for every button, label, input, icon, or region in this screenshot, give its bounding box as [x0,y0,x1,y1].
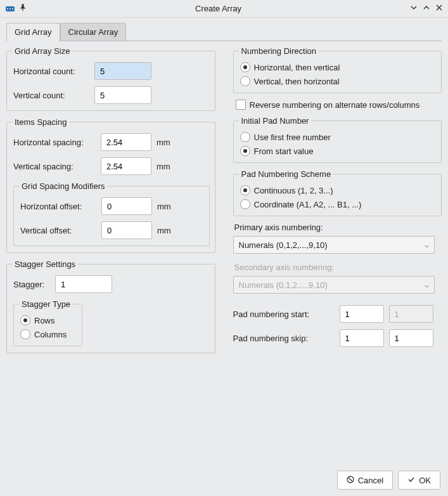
radio-label-rows: Rows [34,316,55,325]
radio-icon [240,146,250,156]
close-icon[interactable] [435,4,443,13]
titlebar: Create Array [0,0,448,18]
maximize-icon[interactable] [423,4,430,13]
window-title: Create Array [27,4,410,13]
label-vertical-spacing: Vertical spacing: [13,162,96,171]
group-initial-pad-number: Initial Pad Number Use first free number… [233,116,442,163]
chevron-down-icon: ⌵ [425,241,429,249]
radio-vertical-then-horizontal[interactable]: Vertical, then horizontal [240,76,437,86]
radio-icon [240,199,250,209]
radio-label-first-free: Use first free number [254,133,331,142]
svg-point-2 [10,8,11,10]
radio-scheme-coordinate[interactable]: Coordinate (A1, A2, ... B1, ...) [240,199,437,209]
checkbox-icon [236,100,246,110]
input-horizontal-count[interactable] [94,62,151,80]
input-vertical-count[interactable] [94,86,151,104]
pin-icon[interactable] [19,4,27,13]
legend-grid-array-size: Grid Array Size [12,46,72,56]
radio-icon [20,329,30,339]
tab-bar: Grid Array Circular Array [6,23,442,41]
group-items-spacing: Items Spacing Horizontal spacing: mm Ver… [6,117,215,253]
unit-v-offset: mm [157,226,176,235]
group-spacing-modifiers: Grid Spacing Modifiers Horizontal offset… [13,181,210,246]
unit-h-spacing: mm [157,138,176,147]
svg-point-3 [12,8,13,10]
legend-pad-numbering-scheme: Pad Numbering Scheme [239,169,334,179]
radio-scheme-continuous[interactable]: Continuous (1, 2, 3...) [240,185,437,195]
label-horizontal-offset: Horizontal offset: [20,202,96,211]
input-vertical-spacing[interactable] [101,157,151,175]
radio-icon [240,62,250,72]
label-pad-numbering-start: Pad numbering start: [233,310,335,319]
label-vertical-count: Vertical count: [13,91,89,100]
group-grid-array-size: Grid Array Size Horizontal count: Vertic… [6,46,215,111]
chevron-down-icon: ⌵ [425,281,429,289]
radio-stagger-rows[interactable]: Rows [20,315,73,325]
input-horizontal-spacing[interactable] [101,133,151,151]
radio-label-vh: Vertical, then horizontal [254,77,340,86]
label-pad-numbering-skip: Pad numbering skip: [233,334,335,343]
radio-icon [240,76,250,86]
radio-stagger-columns[interactable]: Columns [20,329,73,339]
legend-numbering-direction: Numbering Direction [239,46,319,56]
cancel-icon [347,476,354,485]
select-primary-axis[interactable]: Numerals (0,1,2,...,9,10) ⌵ [233,236,435,254]
label-primary-axis: Primary axis numbering: [234,223,442,232]
cancel-label: Cancel [358,476,383,485]
legend-stagger-settings: Stagger Settings [12,259,78,269]
label-horizontal-spacing: Horizontal spacing: [13,138,96,147]
svg-point-1 [7,8,8,10]
input-skip-1[interactable] [340,329,384,347]
select-secondary-value: Numerals (0,1,2,...,9,10) [239,280,328,290]
group-stagger-type: Stagger Type Rows Columns [13,299,82,346]
group-pad-numbering-scheme: Pad Numbering Scheme Continuous (1, 2, 3… [233,169,442,216]
radio-label-coordinate: Coordinate (A1, A2, ... B1, ...) [254,200,362,209]
select-primary-value: Numerals (0,1,2,...,9,10) [239,240,328,250]
radio-use-first-free[interactable]: Use first free number [240,132,437,142]
group-numbering-direction: Numbering Direction Horizontal, then ver… [233,46,442,93]
label-secondary-axis: Secondary axis numbering: [234,263,442,272]
legend-items-spacing: Items Spacing [12,117,69,127]
label-stagger: Stagger: [13,280,50,289]
check-icon [407,476,415,485]
radio-icon [20,315,30,325]
input-stagger[interactable] [55,275,112,293]
radio-label-columns: Columns [34,330,67,339]
input-skip-2[interactable] [389,329,433,347]
radio-icon [240,185,250,195]
radio-horizontal-then-vertical[interactable]: Horizontal, then vertical [240,62,437,72]
tab-circular-array[interactable]: Circular Array [60,23,127,41]
radio-from-start-value[interactable]: From start value [240,146,437,156]
legend-spacing-modifiers: Grid Spacing Modifiers [19,181,108,191]
group-stagger-settings: Stagger Settings Stagger: Stagger Type R… [6,259,215,353]
cancel-button[interactable]: Cancel [337,471,393,490]
checkbox-reverse-numbering[interactable]: Reverse numbering on alternate rows/colu… [236,100,442,110]
app-icon [5,4,15,14]
legend-stagger-type: Stagger Type [19,299,73,309]
input-vertical-offset[interactable] [101,221,152,239]
radio-label-from-start: From start value [254,147,314,156]
legend-initial-pad-number: Initial Pad Number [239,116,312,126]
input-start-1[interactable] [340,305,384,323]
unit-h-offset: mm [157,202,176,211]
tab-grid-array[interactable]: Grid Array [6,23,60,41]
label-horizontal-count: Horizontal count: [13,67,89,76]
minimize-icon[interactable] [410,4,418,13]
radio-icon [240,132,250,142]
checkbox-label-reverse: Reverse numbering on alternate rows/colu… [250,100,420,110]
radio-label-continuous: Continuous (1, 2, 3...) [254,186,333,195]
label-vertical-offset: Vertical offset: [20,226,96,235]
unit-v-spacing: mm [157,162,176,171]
select-secondary-axis: Numerals (0,1,2,...,9,10) ⌵ [233,276,435,294]
input-horizontal-offset[interactable] [101,197,152,215]
radio-label-hv: Horizontal, then vertical [254,63,340,72]
ok-label: OK [419,476,431,485]
ok-button[interactable]: OK [398,471,440,490]
input-start-2 [389,305,433,323]
